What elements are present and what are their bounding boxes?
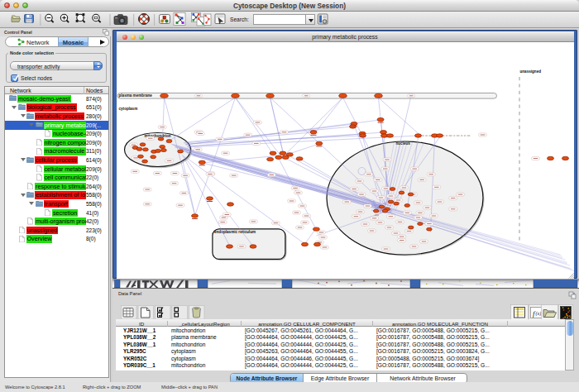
svg-text:unassigned: unassigned xyxy=(519,69,541,74)
svg-text:(x): (x) xyxy=(536,311,542,317)
svg-text:cytoplasm: cytoplasm xyxy=(118,107,137,111)
svg-text:endoplasmic reticulum: endoplasmic reticulum xyxy=(214,230,256,234)
svg-text:plasma membrane: plasma membrane xyxy=(118,93,152,98)
